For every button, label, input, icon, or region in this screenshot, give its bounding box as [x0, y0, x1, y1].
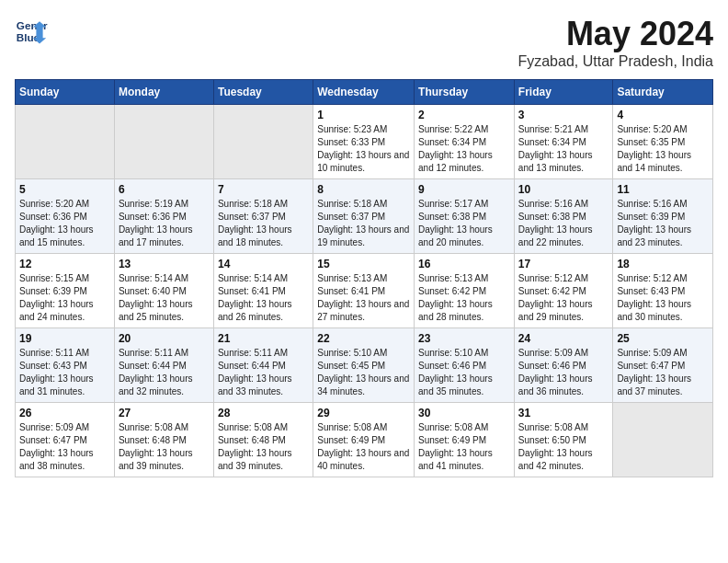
calendar-cell: 5Sunrise: 5:20 AMSunset: 6:36 PMDaylight…: [16, 179, 115, 254]
day-number: 17: [518, 258, 609, 270]
day-info: Sunrise: 5:20 AMSunset: 6:35 PMDaylight:…: [617, 123, 709, 175]
calendar-cell: 17Sunrise: 5:12 AMSunset: 6:42 PMDayligh…: [514, 254, 613, 328]
day-number: 21: [218, 332, 309, 345]
calendar-cell: 19Sunrise: 5:11 AMSunset: 6:43 PMDayligh…: [16, 328, 115, 403]
day-info: Sunrise: 5:10 AMSunset: 6:46 PMDaylight:…: [418, 347, 510, 398]
header: General Blue May 2024 Fyzabad, Uttar Pra…: [15, 15, 713, 70]
logo-icon: General Blue: [15, 15, 48, 48]
day-number: 28: [218, 407, 309, 419]
day-info: Sunrise: 5:08 AMSunset: 6:49 PMDaylight:…: [418, 421, 510, 473]
calendar-cell: 4Sunrise: 5:20 AMSunset: 6:35 PMDaylight…: [613, 105, 713, 179]
calendar-cell: [613, 403, 713, 477]
day-info: Sunrise: 5:21 AMSunset: 6:34 PMDaylight:…: [518, 123, 609, 175]
calendar-cell: 18Sunrise: 5:12 AMSunset: 6:43 PMDayligh…: [613, 254, 713, 328]
day-info: Sunrise: 5:17 AMSunset: 6:38 PMDaylight:…: [418, 198, 510, 249]
day-info: Sunrise: 5:08 AMSunset: 6:49 PMDaylight:…: [317, 421, 410, 473]
day-info: Sunrise: 5:11 AMSunset: 6:44 PMDaylight:…: [119, 347, 210, 398]
day-info: Sunrise: 5:08 AMSunset: 6:48 PMDaylight:…: [218, 421, 309, 473]
day-number: 14: [218, 258, 309, 270]
calendar-week-1: 1Sunrise: 5:23 AMSunset: 6:33 PMDaylight…: [16, 105, 713, 179]
day-info: Sunrise: 5:12 AMSunset: 6:42 PMDaylight:…: [518, 272, 609, 324]
weekday-header-friday: Friday: [514, 80, 613, 105]
day-info: Sunrise: 5:08 AMSunset: 6:48 PMDaylight:…: [119, 421, 210, 473]
day-info: Sunrise: 5:18 AMSunset: 6:37 PMDaylight:…: [218, 198, 309, 249]
weekday-header-wednesday: Wednesday: [313, 80, 415, 105]
day-info: Sunrise: 5:20 AMSunset: 6:36 PMDaylight:…: [19, 198, 110, 249]
day-number: 19: [19, 332, 110, 345]
calendar-cell: 1Sunrise: 5:23 AMSunset: 6:33 PMDaylight…: [313, 105, 415, 179]
calendar-cell: 15Sunrise: 5:13 AMSunset: 6:41 PMDayligh…: [313, 254, 415, 328]
day-number: 31: [518, 407, 609, 419]
day-number: 24: [518, 332, 609, 345]
calendar-cell: 16Sunrise: 5:13 AMSunset: 6:42 PMDayligh…: [415, 254, 515, 328]
calendar-week-3: 12Sunrise: 5:15 AMSunset: 6:39 PMDayligh…: [16, 254, 713, 328]
day-info: Sunrise: 5:16 AMSunset: 6:39 PMDaylight:…: [617, 198, 709, 249]
day-number: 13: [119, 258, 210, 270]
day-number: 12: [19, 258, 110, 270]
day-number: 9: [418, 183, 510, 196]
calendar-cell: 22Sunrise: 5:10 AMSunset: 6:45 PMDayligh…: [313, 328, 415, 403]
weekday-header-thursday: Thursday: [415, 80, 515, 105]
day-number: 10: [518, 183, 609, 196]
day-info: Sunrise: 5:22 AMSunset: 6:34 PMDaylight:…: [418, 123, 510, 175]
title-area: May 2024 Fyzabad, Uttar Pradesh, India: [518, 15, 713, 70]
day-info: Sunrise: 5:08 AMSunset: 6:50 PMDaylight:…: [518, 421, 609, 473]
day-info: Sunrise: 5:11 AMSunset: 6:43 PMDaylight:…: [19, 347, 110, 398]
day-info: Sunrise: 5:09 AMSunset: 6:47 PMDaylight:…: [617, 347, 709, 398]
day-number: 7: [218, 183, 309, 196]
day-info: Sunrise: 5:09 AMSunset: 6:46 PMDaylight:…: [518, 347, 609, 398]
weekday-header-row: SundayMondayTuesdayWednesdayThursdayFrid…: [16, 80, 713, 105]
calendar-cell: 9Sunrise: 5:17 AMSunset: 6:38 PMDaylight…: [415, 179, 515, 254]
day-number: 22: [317, 332, 410, 345]
calendar-cell: 25Sunrise: 5:09 AMSunset: 6:47 PMDayligh…: [613, 328, 713, 403]
day-number: 26: [19, 407, 110, 419]
calendar-cell: 23Sunrise: 5:10 AMSunset: 6:46 PMDayligh…: [415, 328, 515, 403]
day-info: Sunrise: 5:23 AMSunset: 6:33 PMDaylight:…: [317, 123, 410, 175]
day-number: 27: [119, 407, 210, 419]
calendar-cell: 12Sunrise: 5:15 AMSunset: 6:39 PMDayligh…: [16, 254, 115, 328]
day-info: Sunrise: 5:14 AMSunset: 6:41 PMDaylight:…: [218, 272, 309, 324]
day-number: 30: [418, 407, 510, 419]
day-number: 1: [317, 109, 410, 121]
calendar-cell: 7Sunrise: 5:18 AMSunset: 6:37 PMDaylight…: [213, 179, 313, 254]
calendar-cell: 31Sunrise: 5:08 AMSunset: 6:50 PMDayligh…: [514, 403, 613, 477]
calendar-table: SundayMondayTuesdayWednesdayThursdayFrid…: [15, 79, 713, 477]
calendar-cell: 20Sunrise: 5:11 AMSunset: 6:44 PMDayligh…: [114, 328, 213, 403]
calendar-cell: 24Sunrise: 5:09 AMSunset: 6:46 PMDayligh…: [514, 328, 613, 403]
day-info: Sunrise: 5:12 AMSunset: 6:43 PMDaylight:…: [617, 272, 709, 324]
day-info: Sunrise: 5:16 AMSunset: 6:38 PMDaylight:…: [518, 198, 609, 249]
day-number: 18: [617, 258, 709, 270]
calendar-week-4: 19Sunrise: 5:11 AMSunset: 6:43 PMDayligh…: [16, 328, 713, 403]
calendar-cell: 2Sunrise: 5:22 AMSunset: 6:34 PMDaylight…: [415, 105, 515, 179]
day-number: 4: [617, 109, 709, 121]
calendar-cell: [114, 105, 213, 179]
calendar-cell: 14Sunrise: 5:14 AMSunset: 6:41 PMDayligh…: [213, 254, 313, 328]
calendar-cell: 30Sunrise: 5:08 AMSunset: 6:49 PMDayligh…: [415, 403, 515, 477]
calendar-cell: 27Sunrise: 5:08 AMSunset: 6:48 PMDayligh…: [114, 403, 213, 477]
calendar-cell: 26Sunrise: 5:09 AMSunset: 6:47 PMDayligh…: [16, 403, 115, 477]
day-number: 6: [119, 183, 210, 196]
calendar-cell: 10Sunrise: 5:16 AMSunset: 6:38 PMDayligh…: [514, 179, 613, 254]
day-info: Sunrise: 5:19 AMSunset: 6:36 PMDaylight:…: [119, 198, 210, 249]
calendar-cell: 28Sunrise: 5:08 AMSunset: 6:48 PMDayligh…: [213, 403, 313, 477]
day-number: 2: [418, 109, 510, 121]
logo: General Blue: [15, 15, 48, 48]
weekday-header-saturday: Saturday: [613, 80, 713, 105]
day-number: 11: [617, 183, 709, 196]
day-number: 25: [617, 332, 709, 345]
calendar-cell: 13Sunrise: 5:14 AMSunset: 6:40 PMDayligh…: [114, 254, 213, 328]
day-info: Sunrise: 5:09 AMSunset: 6:47 PMDaylight:…: [19, 421, 110, 473]
day-number: 20: [119, 332, 210, 345]
calendar-cell: 21Sunrise: 5:11 AMSunset: 6:44 PMDayligh…: [213, 328, 313, 403]
weekday-header-tuesday: Tuesday: [213, 80, 313, 105]
day-number: 5: [19, 183, 110, 196]
day-number: 8: [317, 183, 410, 196]
day-info: Sunrise: 5:10 AMSunset: 6:45 PMDaylight:…: [317, 347, 410, 398]
calendar-cell: [213, 105, 313, 179]
day-info: Sunrise: 5:14 AMSunset: 6:40 PMDaylight:…: [119, 272, 210, 324]
day-number: 3: [518, 109, 609, 121]
day-number: 23: [418, 332, 510, 345]
subtitle: Fyzabad, Uttar Pradesh, India: [518, 53, 713, 70]
weekday-header-sunday: Sunday: [16, 80, 115, 105]
calendar-cell: 8Sunrise: 5:18 AMSunset: 6:37 PMDaylight…: [313, 179, 415, 254]
